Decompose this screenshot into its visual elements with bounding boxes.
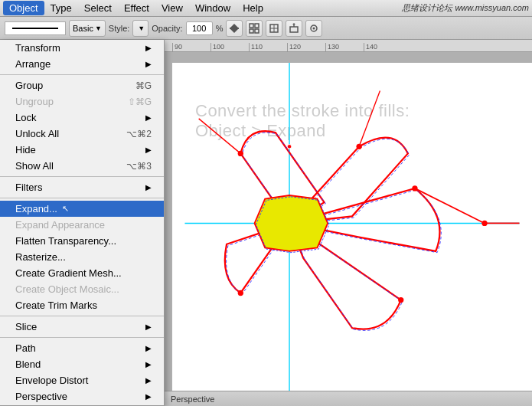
- ruler-mark: 130: [325, 43, 364, 51]
- menu-object[interactable]: Object: [3, 1, 44, 15]
- artboard: Convert the stroke into fills: Object > …: [172, 63, 532, 391]
- percent-label: %: [216, 24, 224, 33]
- menu-group[interactable]: Group ⌘G: [0, 77, 164, 93]
- stroke-style-dropdown[interactable]: Basic ▼: [69, 20, 106, 37]
- separator-5: [0, 337, 164, 338]
- menu-slice-label: Slice: [15, 321, 37, 332]
- menu-transform-label: Transform: [15, 42, 60, 54]
- svg-marker-1: [230, 24, 238, 28]
- svg-point-22: [398, 297, 403, 303]
- svg-rect-5: [250, 29, 253, 33]
- chevron-down-icon: ▼: [95, 25, 102, 32]
- menu-type[interactable]: Type: [44, 1, 78, 15]
- icon-btn-2[interactable]: [246, 20, 263, 37]
- menu-trim-marks[interactable]: Create Trim Marks: [0, 297, 164, 313]
- menu-hide-label: Hide: [15, 144, 36, 156]
- menu-expand-label: Expand...: [15, 203, 57, 214]
- statusbar: Perspective: [165, 391, 532, 406]
- menu-window[interactable]: Window: [189, 1, 237, 15]
- menu-expand-appearance[interactable]: Expand Appearance: [0, 217, 164, 233]
- menu-filters-label: Filters: [15, 182, 42, 193]
- ruler-mark: 90: [172, 43, 211, 51]
- transform-icon: [289, 23, 299, 34]
- svg-marker-12: [292, 23, 295, 25]
- ruler-marks: 90 100 110 120 130 140: [165, 43, 402, 51]
- unlock-shortcut: ⌥⌘2: [126, 129, 152, 139]
- menu-envelope-distort[interactable]: Envelope Distort ▶: [0, 372, 164, 388]
- menu-help[interactable]: Help: [237, 1, 269, 15]
- ruler-mark: 140: [364, 43, 402, 51]
- icon-btn-3[interactable]: [266, 20, 282, 37]
- toolbar: Basic ▼ Style: ▼ Opacity: 100 %: [0, 17, 532, 40]
- ruler-mark: 100: [211, 43, 249, 51]
- menu-ungroup[interactable]: Ungroup ⇧⌘G: [0, 93, 164, 110]
- separator-4: [0, 316, 164, 316]
- style-dropdown[interactable]: ▼: [132, 20, 149, 37]
- svg-rect-6: [255, 29, 259, 33]
- ruler-horizontal: 90 100 110 120 130 140: [165, 40, 532, 52]
- ungroup-shortcut: ⇧⌘G: [128, 97, 152, 107]
- menu-hide[interactable]: Hide ▶: [0, 142, 164, 158]
- menu-slice[interactable]: Slice ▶: [0, 319, 164, 335]
- menu-perspective[interactable]: Perspective ▶: [0, 388, 164, 404]
- svg-line-25: [415, 188, 485, 224]
- menubar: Object Type Select Effect View Window He…: [0, 0, 532, 17]
- menu-effect[interactable]: Effect: [118, 1, 155, 15]
- icon-btn-1[interactable]: [226, 20, 243, 37]
- menu-select[interactable]: Select: [78, 1, 118, 15]
- menu-object-mosaic[interactable]: Create Object Mosaic...: [0, 281, 164, 297]
- menu-filters[interactable]: Filters ▶: [0, 179, 164, 195]
- site-label: 思绪设计论坛 www.missyuan.com: [402, 2, 529, 14]
- arrow-icon: ▶: [145, 60, 152, 68]
- arrange-icon: [249, 23, 259, 34]
- svg-rect-10: [290, 27, 298, 32]
- arrow-icon: ▶: [145, 344, 152, 352]
- tools-icon: [229, 23, 240, 34]
- status-text: Perspective: [171, 395, 214, 404]
- arrow-icon: ▶: [145, 183, 152, 192]
- menu-object-mosaic-label: Create Object Mosaic...: [15, 283, 119, 295]
- menu-transform[interactable]: Transform ▶: [0, 40, 164, 56]
- icon-btn-5[interactable]: [305, 20, 322, 37]
- separator-3: [0, 198, 164, 198]
- menu-rasterize[interactable]: Rasterize...: [0, 249, 164, 265]
- svg-marker-17: [255, 195, 328, 251]
- menu-trim-marks-label: Create Trim Marks: [15, 300, 97, 311]
- menu-envelope-label: Envelope Distort: [15, 375, 88, 386]
- icon-btn-4[interactable]: [286, 20, 302, 37]
- arrow-icon: ▶: [145, 376, 152, 385]
- menu-view[interactable]: View: [155, 1, 189, 15]
- menu-blend[interactable]: Blend ▶: [0, 356, 164, 372]
- separator-2: [0, 176, 164, 177]
- opacity-field[interactable]: 100: [186, 21, 213, 35]
- menu-arrange[interactable]: Arrange ▶: [0, 56, 164, 72]
- ruler-mark: 110: [249, 43, 287, 51]
- menu-show-all[interactable]: Show All ⌥⌘3: [0, 158, 164, 174]
- main-area: Transform ▶ Arrange ▶ Group ⌘G Ungroup ⇧…: [0, 40, 532, 406]
- menu-flatten-transparency[interactable]: Flatten Transparency...: [0, 233, 164, 249]
- menu-lock[interactable]: Lock ▶: [0, 110, 164, 126]
- object-menu: Transform ▶ Arrange ▶ Group ⌘G Ungroup ⇧…: [0, 40, 165, 406]
- menu-gradient-mesh-label: Create Gradient Mesh...: [15, 267, 122, 279]
- arrow-icon: ▶: [145, 146, 152, 154]
- menu-flatten-label: Flatten Transparency...: [15, 235, 116, 247]
- grid-icon: [269, 23, 279, 34]
- menu-path[interactable]: Path ▶: [0, 340, 164, 356]
- canvas-svg: [172, 63, 532, 391]
- opacity-label: Opacity:: [152, 24, 182, 33]
- ruler-mark: 120: [287, 43, 325, 51]
- svg-rect-4: [255, 24, 259, 28]
- snap-icon: [308, 23, 319, 34]
- menu-group-label: Group: [15, 80, 43, 91]
- svg-line-29: [199, 119, 241, 154]
- svg-point-21: [412, 185, 417, 191]
- svg-point-27: [481, 221, 487, 226]
- arrow-icon: ▶: [145, 323, 152, 331]
- stroke-line-icon: [12, 28, 58, 29]
- menu-unlock-all-label: Unlock All: [15, 128, 59, 139]
- menu-expand[interactable]: Expand... ↖: [0, 201, 164, 217]
- menu-unlock-all[interactable]: Unlock All ⌥⌘2: [0, 126, 164, 142]
- menu-gradient-mesh[interactable]: Create Gradient Mesh...: [0, 265, 164, 281]
- arrow-icon: ▶: [145, 113, 152, 122]
- menu-blend-label: Blend: [15, 359, 41, 370]
